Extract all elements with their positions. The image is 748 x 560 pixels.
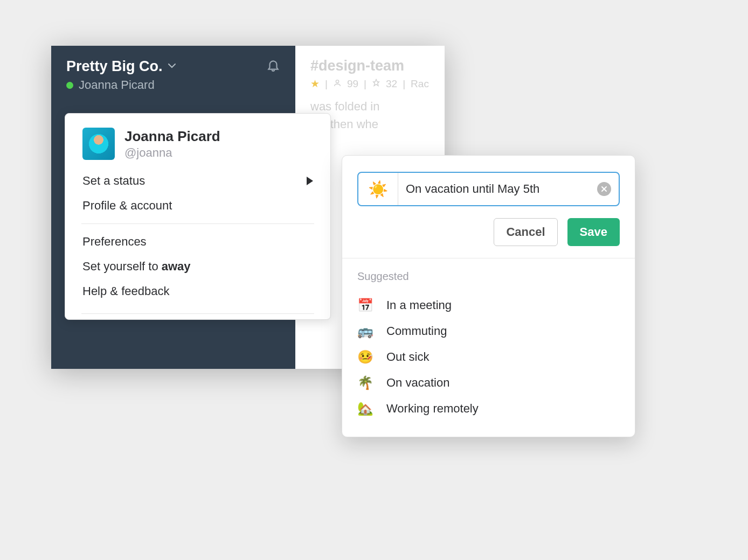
chevron-right-icon — [307, 177, 313, 185]
menu-user-name: Joanna Picard — [124, 128, 220, 145]
status-suggestion-emoji: 🤒 — [357, 349, 373, 365]
cancel-button[interactable]: Cancel — [494, 218, 557, 246]
status-suggestion-emoji: 📅 — [357, 298, 373, 313]
status-text-input[interactable] — [398, 182, 597, 196]
pin-icon — [372, 78, 380, 90]
user-menu-header: Joanna Picard @joanna — [65, 114, 330, 169]
suggested-label: Suggested — [357, 270, 620, 283]
workspace-name: Pretty Big Co. — [66, 58, 163, 75]
menu-item-label: Preferences — [82, 235, 147, 249]
members-icon — [333, 78, 342, 90]
svg-point-0 — [336, 80, 338, 82]
status-suggestion-emoji: 🏡 — [357, 401, 373, 416]
status-suggestion-label: Commuting — [386, 324, 447, 338]
save-button[interactable]: Save — [567, 218, 620, 246]
status-suggestion-label: In a meeting — [386, 298, 452, 312]
avatar[interactable] — [82, 128, 115, 160]
status-suggestion-label: On vacation — [386, 376, 449, 390]
menu-item-label: Help & feedback — [82, 284, 169, 298]
divider — [81, 223, 314, 224]
suggested-status-item[interactable]: 🌴On vacation — [357, 370, 620, 396]
channel-topic-tail: Rac — [411, 78, 429, 90]
message-fragment: was folded in — [310, 97, 430, 115]
menu-item-help[interactable]: Help & feedback — [65, 279, 330, 304]
menu-item-set-away[interactable]: Set yourself to away — [65, 254, 330, 279]
menu-item-preferences[interactable]: Preferences — [65, 229, 330, 254]
clear-status-button[interactable] — [597, 182, 611, 196]
bell-icon[interactable] — [266, 58, 280, 75]
status-suggestion-label: Out sick — [386, 350, 429, 364]
suggested-status-item[interactable]: 🚌Commuting — [357, 318, 620, 344]
menu-item-label: Set a status — [82, 174, 145, 188]
suggested-status-item[interactable]: 🏡Working remotely — [357, 396, 620, 422]
menu-item-set-status[interactable]: Set a status — [65, 169, 330, 193]
status-input-group: ☀️ — [357, 172, 620, 206]
star-icon[interactable]: ★ — [310, 78, 320, 90]
suggested-status-item[interactable]: 🤒Out sick — [357, 344, 620, 370]
current-user-name: Joanna Picard — [79, 78, 155, 92]
status-suggestion-emoji: 🚌 — [357, 324, 373, 339]
menu-item-profile[interactable]: Profile & account — [65, 193, 330, 218]
user-menu: Joanna Picard @joanna Set a status Profi… — [65, 113, 331, 320]
channel-name[interactable]: #design-team — [310, 58, 430, 74]
pins-count: 32 — [386, 78, 397, 90]
status-suggestion-emoji: 🌴 — [357, 375, 373, 390]
menu-item-label: Profile & account — [82, 199, 172, 213]
suggested-list: 📅In a meeting🚌Commuting🤒Out sick🌴On vaca… — [357, 292, 620, 422]
suggested-status-item[interactable]: 📅In a meeting — [357, 292, 620, 318]
channel-meta: ★ | 99 | 32 | Rac — [310, 78, 430, 90]
members-count: 99 — [347, 78, 358, 90]
divider — [81, 313, 314, 314]
chevron-down-icon — [168, 64, 176, 69]
status-emoji-picker[interactable]: ☀️ — [358, 173, 398, 205]
workspace-header[interactable]: Pretty Big Co. Joanna Picard — [51, 46, 295, 102]
status-popover: ☀️ Cancel Save Suggested 📅In a meeting🚌C… — [342, 155, 635, 437]
menu-item-label: Set yourself to away — [82, 260, 191, 274]
status-suggestion-label: Working remotely — [386, 402, 479, 416]
menu-user-handle: @joanna — [124, 146, 220, 160]
presence-indicator — [66, 82, 73, 89]
